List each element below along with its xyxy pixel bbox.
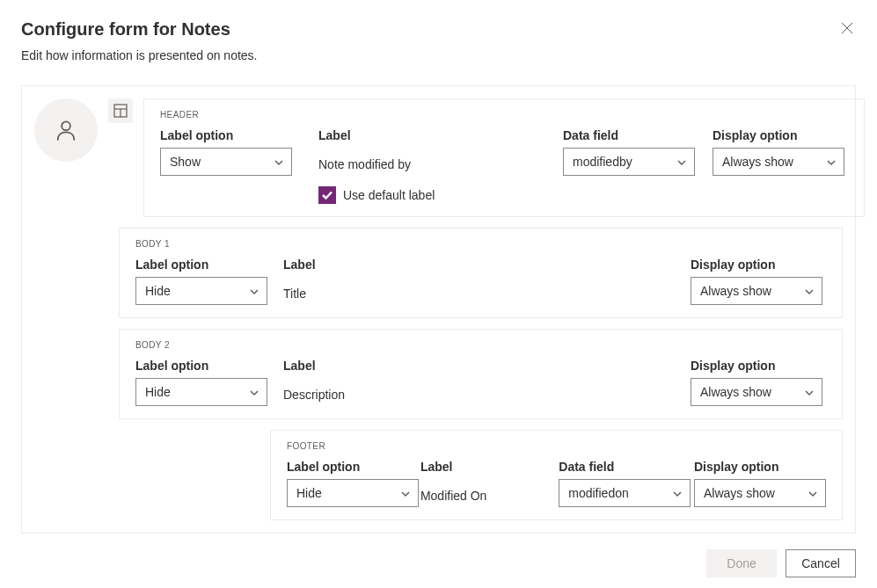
- close-button[interactable]: [838, 19, 856, 37]
- header-label-option-label: Label option: [160, 128, 318, 142]
- header-label-label: Label: [318, 128, 563, 142]
- chevron-down-icon: [804, 387, 815, 397]
- chevron-down-icon: [249, 387, 259, 397]
- chevron-down-icon: [400, 488, 411, 498]
- header-label-value: Note modified by: [318, 148, 563, 176]
- chevron-down-icon: [826, 156, 837, 167]
- chevron-down-icon: [676, 156, 687, 167]
- body2-label-value: Description: [283, 378, 547, 406]
- body1-label-value: Title: [283, 277, 547, 305]
- chevron-down-icon: [808, 488, 818, 498]
- footer-displayopt-select[interactable]: Always show: [694, 479, 826, 507]
- chevron-down-icon: [804, 286, 815, 296]
- footer-displayopt-value: Always show: [704, 486, 775, 500]
- body2-label-option-select[interactable]: Hide: [135, 378, 267, 406]
- body2-label-option-label: Label option: [135, 359, 283, 373]
- dialog-title: Configure form for Notes: [21, 19, 856, 40]
- header-displayopt-select[interactable]: Always show: [713, 148, 844, 176]
- layout-toggle-button[interactable]: [108, 98, 133, 123]
- body2-displayopt-label: Display option: [691, 359, 826, 373]
- body1-displayopt-value: Always show: [700, 284, 771, 298]
- section-body2: BODY 2 Label option Hide Label Descripti…: [119, 329, 843, 419]
- header-label-option-select[interactable]: Show: [160, 148, 292, 176]
- section-header-label: HEADER: [160, 110, 848, 120]
- header-label-option-value: Show: [170, 155, 201, 169]
- cancel-button[interactable]: Cancel: [786, 549, 856, 577]
- use-default-label-checkbox[interactable]: [318, 186, 336, 204]
- section-body1-label: BODY 1: [135, 239, 826, 249]
- body1-label-option-select[interactable]: Hide: [135, 277, 267, 305]
- body2-label-label: Label: [283, 359, 547, 373]
- body2-displayopt-value: Always show: [700, 385, 771, 399]
- main-panel: HEADER Label option Show Label Note modi…: [21, 85, 856, 534]
- body1-displayopt-label: Display option: [691, 258, 826, 272]
- svg-point-0: [62, 121, 70, 130]
- footer-datafield-value: modifiedon: [568, 486, 629, 500]
- header-row: HEADER Label option Show Label Note modi…: [34, 98, 843, 217]
- chevron-down-icon: [249, 286, 259, 296]
- section-footer-label: FOOTER: [287, 441, 826, 451]
- header-displayopt-label: Display option: [713, 128, 848, 142]
- body1-label-option-label: Label option: [135, 258, 283, 272]
- close-icon: [841, 22, 853, 34]
- footer-label-option-select[interactable]: Hide: [287, 479, 419, 507]
- header-datafield-label: Data field: [563, 128, 713, 142]
- body2-label-option-value: Hide: [145, 385, 171, 399]
- body2-displayopt-select[interactable]: Always show: [691, 378, 822, 406]
- chevron-down-icon: [672, 488, 683, 498]
- footer-datafield-label: Data field: [559, 460, 694, 474]
- footer-label-value: Modified On: [420, 479, 559, 507]
- footer-label-option-label: Label option: [287, 460, 420, 474]
- footer-label-option-value: Hide: [296, 486, 322, 500]
- use-default-label-text: Use default label: [343, 188, 435, 202]
- footer-displayopt-label: Display option: [694, 460, 826, 474]
- dialog-buttons: Done Cancel: [21, 549, 856, 577]
- section-footer: FOOTER Label option Hide Label Modified …: [270, 430, 843, 520]
- checkmark-icon: [321, 189, 333, 201]
- dialog-subtitle: Edit how information is presented on not…: [21, 48, 856, 62]
- layout-icon: [113, 104, 128, 118]
- header-displayopt-value: Always show: [722, 155, 793, 169]
- avatar-placeholder: [34, 98, 98, 162]
- chevron-down-icon: [274, 156, 284, 167]
- section-body2-label: BODY 2: [135, 340, 826, 350]
- section-header: HEADER Label option Show Label Note modi…: [143, 98, 865, 217]
- section-body1: BODY 1 Label option Hide Label Title Dis…: [119, 228, 843, 318]
- done-button: Done: [706, 549, 777, 577]
- footer-datafield-select[interactable]: modifiedon: [559, 479, 691, 507]
- person-icon: [54, 118, 78, 142]
- body1-label-label: Label: [283, 258, 547, 272]
- body1-label-option-value: Hide: [145, 284, 171, 298]
- header-datafield-value: modifiedby: [573, 155, 632, 169]
- footer-label-label: Label: [420, 460, 559, 474]
- body1-displayopt-select[interactable]: Always show: [691, 277, 822, 305]
- header-datafield-select[interactable]: modifiedby: [563, 148, 695, 176]
